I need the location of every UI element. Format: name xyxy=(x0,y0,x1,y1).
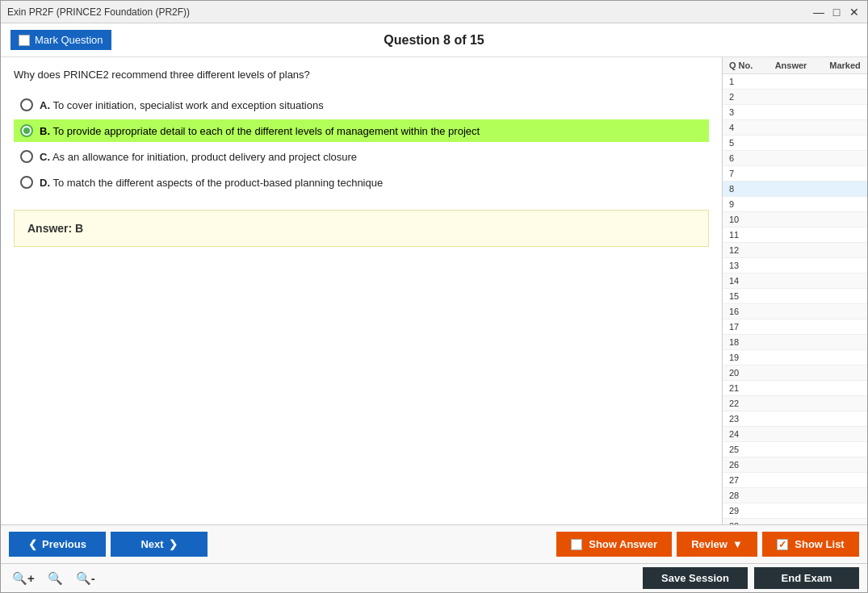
zoom-bar: 🔍+ 🔍 🔍- Save Session End Exam xyxy=(1,563,867,592)
window-title: Exin PR2F (PRINCE2 Foundation (PR2F)) xyxy=(7,6,190,18)
question-list-row[interactable]: 20 xyxy=(723,365,867,381)
previous-button[interactable]: Previous xyxy=(9,532,106,557)
question-list-row[interactable]: 16 xyxy=(723,304,867,319)
option-c-text: C. As an allowance for initiation, produ… xyxy=(40,151,357,163)
q-number: 1 xyxy=(723,77,759,86)
question-list-row[interactable]: 18 xyxy=(723,335,867,350)
question-list-row[interactable]: 13 xyxy=(723,258,867,274)
question-list-row[interactable]: 27 xyxy=(723,473,867,488)
question-panel: Why does PRINCE2 recommend three differe… xyxy=(1,57,722,524)
question-list-row[interactable]: 28 xyxy=(723,488,867,503)
show-answer-label: Show Answer xyxy=(589,538,657,550)
zoom-reset-button[interactable]: 🔍 xyxy=(44,570,66,587)
close-button[interactable]: ✕ xyxy=(848,6,861,19)
maximize-button[interactable]: □ xyxy=(830,6,843,19)
question-list-row[interactable]: 5 xyxy=(723,136,867,151)
show-answer-button[interactable]: Show Answer xyxy=(556,532,672,557)
window-controls: — □ ✕ xyxy=(812,6,861,19)
question-list-row[interactable]: 23 xyxy=(723,411,867,427)
q-number: 16 xyxy=(723,307,759,316)
option-b-text: B. To provide appropriate detail to each… xyxy=(40,125,480,137)
question-list-row[interactable]: 4 xyxy=(723,120,867,136)
save-session-button[interactable]: Save Session xyxy=(643,567,748,589)
question-list-row[interactable]: 10 xyxy=(723,212,867,228)
question-text: Why does PRINCE2 recommend three differe… xyxy=(14,69,709,81)
option-d-radio xyxy=(20,176,33,189)
end-exam-button[interactable]: End Exam xyxy=(754,567,859,589)
question-list-row[interactable]: 7 xyxy=(723,166,867,182)
option-c-radio xyxy=(20,150,33,163)
option-a-radio xyxy=(20,98,33,111)
q-number: 28 xyxy=(723,491,759,500)
show-list-button[interactable]: ✓ Show List xyxy=(762,532,859,557)
mark-question-button[interactable]: Mark Question xyxy=(10,30,111,50)
q-number: 18 xyxy=(723,337,759,347)
q-number: 11 xyxy=(723,230,759,240)
question-list-row[interactable]: 17 xyxy=(723,319,867,335)
question-list-row[interactable]: 29 xyxy=(723,503,867,519)
minimize-button[interactable]: — xyxy=(812,6,825,19)
previous-label: Previous xyxy=(42,538,86,550)
question-list-row[interactable]: 30 xyxy=(723,519,867,524)
option-c-row[interactable]: C. As an allowance for initiation, produ… xyxy=(14,145,709,168)
q-number: 25 xyxy=(723,445,759,454)
question-list-row[interactable]: 11 xyxy=(723,228,867,243)
question-list-row[interactable]: 21 xyxy=(723,381,867,396)
zoom-in-button[interactable]: 🔍+ xyxy=(9,570,38,587)
q-number: 17 xyxy=(723,322,759,332)
q-number: 22 xyxy=(723,399,759,408)
q-number: 2 xyxy=(723,92,759,102)
question-list-row[interactable]: 8 xyxy=(723,182,867,197)
end-exam-label: End Exam xyxy=(782,572,832,584)
question-list-row[interactable]: 6 xyxy=(723,151,867,166)
review-button[interactable]: Review ▼ xyxy=(677,532,757,557)
q-number: 13 xyxy=(723,261,759,270)
col-qno: Q No. xyxy=(723,61,759,70)
show-list-icon: ✓ xyxy=(777,539,788,550)
q-number: 23 xyxy=(723,414,759,424)
question-list-row[interactable]: 24 xyxy=(723,427,867,442)
mark-question-icon xyxy=(19,35,30,46)
q-number: 8 xyxy=(723,184,759,194)
question-list-row[interactable]: 12 xyxy=(723,243,867,258)
option-d-row[interactable]: D. To match the different aspects of the… xyxy=(14,171,709,194)
question-list-row[interactable]: 26 xyxy=(723,457,867,473)
q-number: 26 xyxy=(723,460,759,470)
option-b-radio xyxy=(20,124,33,137)
q-number: 15 xyxy=(723,291,759,301)
question-list-row[interactable]: 3 xyxy=(723,105,867,120)
question-list[interactable]: 1 2 3 4 5 6 7 8 xyxy=(723,74,867,524)
question-list-row[interactable]: 15 xyxy=(723,289,867,304)
next-button[interactable]: Next xyxy=(111,532,208,557)
q-number: 20 xyxy=(723,368,759,378)
bottom-bar: Previous Next Show Answer Review ▼ ✓ Sho… xyxy=(1,524,867,563)
answer-text: Answer: B xyxy=(27,222,83,235)
option-a-text: A. To cover initiation, specialist work … xyxy=(40,99,324,111)
question-list-row[interactable]: 9 xyxy=(723,197,867,212)
q-number: 14 xyxy=(723,276,759,286)
question-list-row[interactable]: 2 xyxy=(723,90,867,105)
col-answer: Answer xyxy=(759,61,823,70)
zoom-out-button[interactable]: 🔍- xyxy=(73,570,99,587)
prev-icon xyxy=(28,538,37,550)
q-number: 4 xyxy=(723,123,759,132)
review-label: Review xyxy=(691,538,728,550)
q-number: 27 xyxy=(723,475,759,485)
q-number: 5 xyxy=(723,138,759,148)
question-list-row[interactable]: 19 xyxy=(723,350,867,365)
question-list-row[interactable]: 1 xyxy=(723,74,867,90)
q-number: 19 xyxy=(723,353,759,362)
q-number: 7 xyxy=(723,169,759,178)
option-a-row[interactable]: A. To cover initiation, specialist work … xyxy=(14,94,709,116)
question-list-row[interactable]: 14 xyxy=(723,274,867,289)
top-bar: Mark Question Question 8 of 15 xyxy=(1,23,867,57)
q-number: 9 xyxy=(723,199,759,209)
question-list-row[interactable]: 22 xyxy=(723,396,867,411)
option-b-row[interactable]: B. To provide appropriate detail to each… xyxy=(14,119,709,142)
question-list-row[interactable]: 25 xyxy=(723,442,867,457)
q-number: 21 xyxy=(723,383,759,393)
main-window: Exin PR2F (PRINCE2 Foundation (PR2F)) — … xyxy=(0,0,868,593)
q-number: 29 xyxy=(723,506,759,516)
content-area: Mark Question Question 8 of 15 Why does … xyxy=(1,23,867,592)
show-answer-icon xyxy=(571,539,582,550)
